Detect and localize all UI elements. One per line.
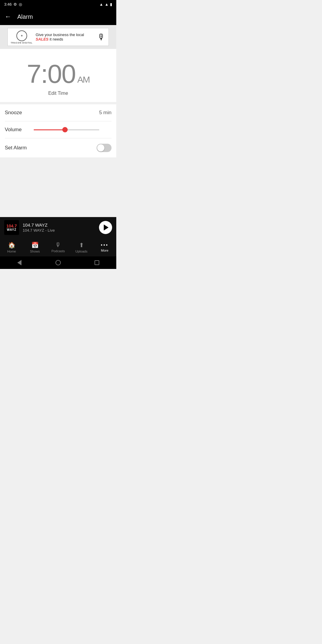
volume-slider-container[interactable] (34, 129, 112, 130)
home-icon: 🏠 (8, 242, 16, 249)
android-home-icon (55, 260, 61, 265)
nav-item-shows[interactable]: 📅 Shows (23, 238, 47, 256)
bottom-nav: 🏠 Home 📅 Shows 🎙 Podcasts ⬆ Uploads ••• … (0, 238, 116, 256)
wifi-icon: ▲ (99, 2, 103, 7)
ad-graphic: 🎙 (97, 32, 106, 42)
shows-label: Shows (30, 250, 40, 253)
nav-item-home[interactable]: 🏠 Home (0, 238, 23, 256)
volume-row: Volume (5, 121, 112, 138)
ad-banner[interactable]: ⊕ TRACON DIGITAL Give your business the … (0, 25, 116, 49)
back-button[interactable]: ← (5, 13, 11, 21)
page-title: Alarm (17, 13, 33, 20)
more-icon: ••• (101, 242, 109, 248)
set-alarm-label: Set Alarm (5, 145, 27, 151)
app-bar: ← Alarm (0, 8, 116, 25)
time-display: 7 : 00 AM (27, 61, 89, 87)
battery-icon: ▮ (110, 2, 112, 7)
station-subtitle: 104.7 WAYZ - Live (23, 228, 95, 233)
gray-fill-area (0, 157, 116, 217)
status-right: ▲ ▲ ▮ (99, 2, 112, 7)
podcasts-icon: 🎙 (55, 242, 61, 248)
podcasts-label: Podcasts (51, 249, 65, 253)
signal-icon: ▲ (105, 2, 109, 7)
nav-item-more[interactable]: ••• More (93, 238, 116, 256)
time-section: 7 : 00 AM Edit Time (0, 49, 116, 102)
alarm-minutes: 00 (47, 61, 75, 87)
settings-icon: ⚙ (13, 2, 17, 7)
status-time: 3:46 (4, 2, 12, 7)
uploads-icon: ⬆ (79, 242, 84, 249)
nav-item-uploads[interactable]: ⬆ Uploads (70, 238, 93, 256)
alarm-hour: 7 (27, 61, 41, 87)
toggle-knob (97, 144, 104, 151)
nav-item-podcasts[interactable]: 🎙 Podcasts (47, 238, 70, 256)
ad-text: Give your business the local SALES it ne… (35, 32, 94, 41)
ad-text-content: Give your business the local (35, 32, 84, 37)
ad-logo-text: TRACON DIGITAL (11, 42, 32, 44)
android-recents-button[interactable] (92, 258, 101, 267)
location-icon: ◎ (19, 2, 22, 7)
ad-logo: ⊕ TRACON DIGITAL (11, 30, 32, 44)
android-nav-bar (0, 256, 116, 269)
android-back-icon (17, 260, 21, 265)
play-button[interactable] (99, 221, 112, 234)
volume-slider-fill (34, 129, 65, 130)
station-info: 104.7 WAYZ 104.7 WAYZ - Live (23, 222, 95, 233)
volume-slider-thumb[interactable] (62, 127, 68, 132)
section-divider-1 (0, 102, 116, 104)
station-number: 104.7 (6, 224, 17, 228)
ad-inner: ⊕ TRACON DIGITAL Give your business the … (7, 28, 109, 46)
set-alarm-toggle[interactable] (97, 144, 112, 152)
more-label: More (101, 249, 108, 252)
android-home-button[interactable] (54, 258, 63, 267)
snooze-label: Snooze (5, 110, 22, 116)
status-bar: 3:46 ⚙ ◎ ▲ ▲ ▮ (0, 0, 116, 8)
shows-icon: 📅 (31, 242, 39, 249)
ad-sales-text: SALES (35, 37, 48, 41)
edit-time-button[interactable]: Edit Time (48, 91, 68, 96)
play-icon (104, 225, 109, 230)
station-name: 104.7 WAYZ (23, 222, 95, 227)
home-label: Home (7, 250, 16, 253)
settings-section: Snooze 5 min Volume Set Alarm (0, 104, 116, 157)
android-recents-icon (95, 260, 99, 265)
station-logo-name: WAYZ (7, 228, 16, 231)
ad-text-end: it needs (49, 37, 63, 41)
now-playing-bar[interactable]: 104.7 WAYZ 104.7 WAYZ 104.7 WAYZ - Live (0, 217, 116, 238)
status-left: 3:46 ⚙ ◎ (4, 2, 22, 7)
android-back-button[interactable] (15, 258, 24, 267)
station-logo: 104.7 WAYZ (4, 220, 19, 235)
set-alarm-row[interactable]: Set Alarm (5, 138, 112, 157)
uploads-label: Uploads (75, 250, 87, 253)
alarm-separator: : (41, 61, 47, 87)
main-content: 7 : 00 AM Edit Time Snooze 5 min Volume (0, 49, 116, 217)
alarm-ampm: AM (77, 75, 89, 84)
ad-logo-circle: ⊕ (16, 30, 27, 41)
snooze-row[interactable]: Snooze 5 min (5, 104, 112, 121)
volume-slider-track[interactable] (34, 129, 99, 130)
snooze-value: 5 min (99, 110, 112, 116)
volume-label: Volume (5, 127, 22, 133)
